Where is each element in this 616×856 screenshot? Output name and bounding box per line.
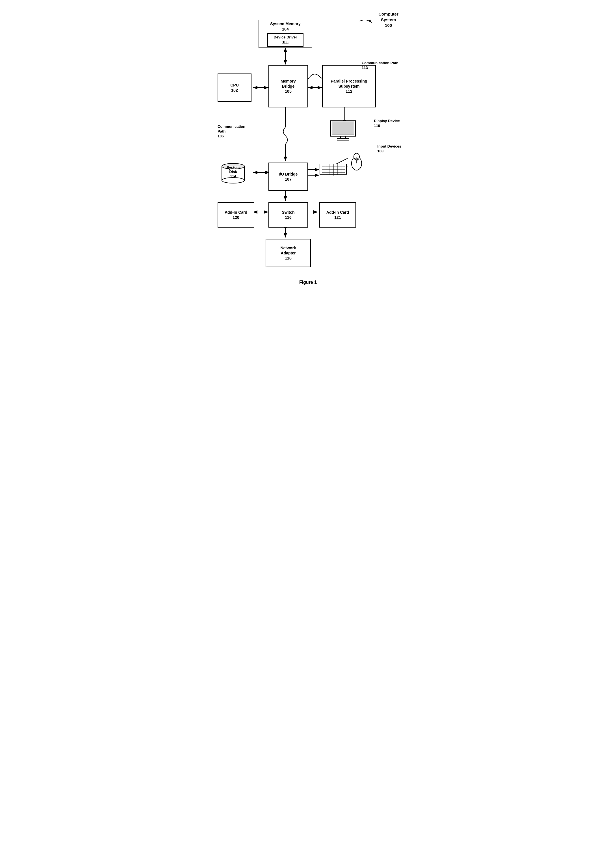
svg-rect-22 xyxy=(337,139,349,140)
cpu-box: CPU 102 xyxy=(218,74,252,102)
svg-point-37 xyxy=(222,177,244,183)
parallel-processing-box: Parallel ProcessingSubsystem 112 xyxy=(322,65,376,108)
memory-bridge-box: MemoryBridge 105 xyxy=(269,65,308,108)
diagram: Computer System 100 System Memory 104 De… xyxy=(209,6,407,274)
svg-rect-21 xyxy=(341,136,346,139)
display-device xyxy=(325,117,362,144)
mouse-shape xyxy=(350,152,363,172)
comm-path-113-label: Communication Path 113 xyxy=(362,61,398,71)
keyboard-shape xyxy=(319,163,347,178)
svg-rect-20 xyxy=(332,122,354,135)
add-in-card-120-box: Add-In Card 120 xyxy=(218,202,254,228)
add-in-card-121-box: Add-In Card 121 xyxy=(319,202,356,228)
io-bridge-box: I/O Bridge 107 xyxy=(269,163,308,191)
system-disk: System Disk 114 xyxy=(216,160,250,185)
svg-rect-35 xyxy=(356,158,358,160)
figure-caption: Figure 1 xyxy=(209,280,407,285)
input-devices-label: Input Devices 108 xyxy=(377,144,401,154)
comm-path-106-label: CommunicationPath106 xyxy=(218,125,245,139)
computer-system-label: Computer System 100 xyxy=(378,11,398,28)
system-memory-box: System Memory 104 Device Driver 103 xyxy=(258,20,312,48)
network-adapter-box: NetworkAdapter 118 xyxy=(266,239,311,267)
switch-box: Switch 116 xyxy=(269,202,308,228)
svg-rect-23 xyxy=(320,164,346,175)
display-device-label: Display Device 110 xyxy=(374,119,400,128)
